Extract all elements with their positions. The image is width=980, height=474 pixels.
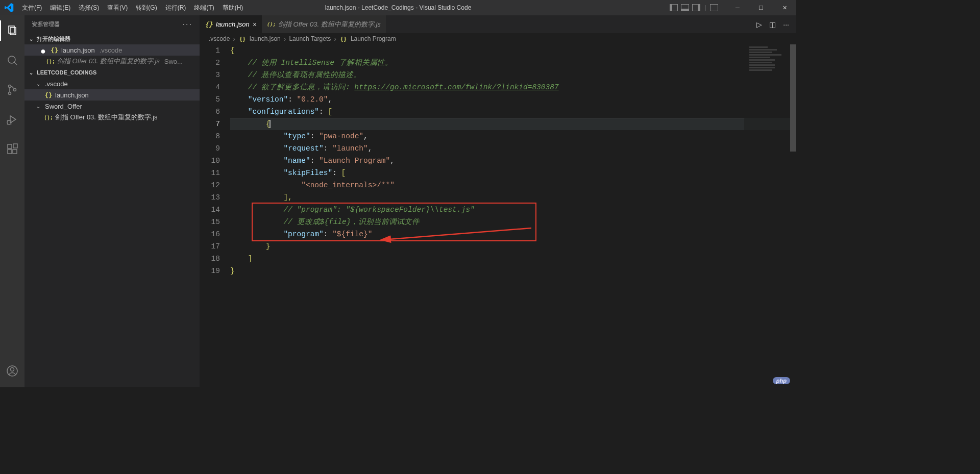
- breadcrumb-item[interactable]: Launch Targets: [289, 35, 331, 42]
- breadcrumb-item[interactable]: Launch Program: [351, 35, 396, 42]
- layout-icons: |: [670, 4, 718, 11]
- json-file-icon: {}: [339, 35, 348, 43]
- open-editors-label: 打开的编辑器: [37, 35, 70, 43]
- menu-bar: 文件(F) 编辑(E) 选择(S) 查看(V) 转到(G) 运行(R) 终端(T…: [18, 0, 247, 15]
- json-file-icon: {}: [205, 20, 213, 29]
- svg-point-2: [8, 56, 15, 63]
- close-icon[interactable]: ×: [253, 20, 257, 29]
- code-editor[interactable]: 12345678910111213141516171819 { // 使用 In…: [200, 44, 796, 387]
- breadcrumbs[interactable]: .vscode › {} launch.json › Launch Target…: [200, 33, 796, 44]
- svg-line-9: [7, 120, 8, 121]
- php-badge: php: [773, 377, 790, 384]
- svg-line-3: [14, 62, 17, 65]
- open-editor-item[interactable]: (); 剑指 Offer 03. 数组中重复的数字.js Swo...: [24, 56, 200, 67]
- close-button[interactable]: ✕: [773, 0, 796, 15]
- file-path: Swo...: [164, 58, 183, 65]
- json-file-icon: {}: [44, 91, 53, 99]
- vscode-icon: [0, 3, 18, 12]
- menu-file[interactable]: 文件(F): [18, 0, 46, 15]
- menu-terminal[interactable]: 终端(T): [190, 0, 218, 15]
- file-name: launch.json: [55, 91, 89, 99]
- explorer-sidebar: 资源管理器 ··· ⌄ 打开的编辑器 ● {} launch.json .vsc…: [24, 15, 200, 387]
- svg-point-18: [11, 368, 14, 371]
- open-editor-item[interactable]: ● {} launch.json .vscode: [24, 44, 200, 56]
- svg-rect-14: [8, 149, 12, 154]
- folder-item[interactable]: ⌄ .vscode: [24, 78, 200, 89]
- menu-go[interactable]: 转到(G): [132, 0, 161, 15]
- activity-bar: [0, 15, 24, 387]
- activity-scm[interactable]: [0, 80, 24, 100]
- svg-line-12: [11, 124, 11, 124]
- minimap[interactable]: [744, 44, 790, 387]
- layout-icon[interactable]: [710, 4, 718, 11]
- explorer-more-icon[interactable]: ···: [183, 20, 192, 29]
- chevron-right-icon: ›: [233, 35, 235, 43]
- activity-explorer[interactable]: [0, 20, 24, 41]
- chevron-down-icon: ⌄: [28, 36, 35, 42]
- tab-label: 剑指 Offer 03. 数组中重复的数字.js: [278, 20, 381, 29]
- tab-sword-js[interactable]: (); 剑指 Offer 03. 数组中重复的数字.js: [262, 15, 386, 33]
- svg-point-4: [9, 85, 11, 88]
- titlebar: 文件(F) 编辑(E) 选择(S) 查看(V) 转到(G) 运行(R) 终端(T…: [0, 0, 796, 15]
- svg-line-11: [7, 124, 8, 124]
- menu-edit[interactable]: 编辑(E): [46, 0, 75, 15]
- folder-name: .vscode: [45, 80, 68, 88]
- js-file-icon: ();: [267, 20, 275, 29]
- menu-selection[interactable]: 选择(S): [75, 0, 103, 15]
- breadcrumb-item[interactable]: .vscode: [209, 35, 230, 42]
- svg-point-6: [14, 89, 16, 91]
- chevron-down-icon: ⌄: [36, 104, 42, 109]
- activity-extensions[interactable]: [0, 139, 24, 159]
- file-path: .vscode: [100, 46, 122, 54]
- chevron-down-icon: ⌄: [36, 81, 42, 87]
- js-file-icon: ();: [44, 113, 53, 121]
- svg-rect-0: [9, 26, 14, 33]
- layout-icon[interactable]: [681, 4, 689, 11]
- layout-icon[interactable]: [692, 4, 700, 11]
- file-item[interactable]: {} launch.json: [24, 89, 200, 101]
- js-file-icon: ();: [46, 57, 55, 65]
- run-icon[interactable]: ▷: [756, 20, 762, 29]
- tab-label: launch.json: [216, 20, 250, 28]
- svg-point-5: [9, 92, 11, 95]
- workspace-header[interactable]: ⌄ LEETCODE_CODINGS: [24, 67, 200, 78]
- menu-view[interactable]: 查看(V): [103, 0, 132, 15]
- chevron-down-icon: ⌄: [28, 70, 35, 76]
- activity-search[interactable]: [0, 50, 24, 70]
- maximize-button[interactable]: ☐: [749, 0, 773, 15]
- file-name: 剑指 Offer 03. 数组中重复的数字.js: [57, 57, 160, 66]
- svg-rect-1: [10, 28, 16, 35]
- line-numbers: 12345678910111213141516171819: [200, 44, 230, 387]
- editor-scrollbar[interactable]: [790, 44, 796, 387]
- tab-launch-json[interactable]: {} launch.json ×: [200, 15, 262, 33]
- open-editors-header[interactable]: ⌄ 打开的编辑器: [24, 33, 200, 44]
- editor-area: {} launch.json × (); 剑指 Offer 03. 数组中重复的…: [200, 15, 796, 387]
- svg-rect-16: [13, 144, 17, 148]
- code-content[interactable]: { // 使用 IntelliSense 了解相关属性。 // 悬停以查看现有属…: [230, 44, 796, 387]
- minimize-button[interactable]: ─: [726, 0, 749, 15]
- json-file-icon: {}: [238, 35, 247, 43]
- activity-accounts[interactable]: [0, 361, 24, 381]
- more-icon[interactable]: ···: [783, 20, 789, 29]
- file-item[interactable]: (); 剑指 Offer 03. 数组中重复的数字.js: [24, 112, 200, 123]
- json-file-icon: {}: [51, 46, 59, 54]
- svg-line-10: [11, 120, 11, 121]
- breadcrumb-item[interactable]: launch.json: [250, 35, 281, 42]
- tabs-bar: {} launch.json × (); 剑指 Offer 03. 数组中重复的…: [200, 15, 796, 33]
- chevron-right-icon: ›: [284, 35, 286, 43]
- svg-rect-13: [8, 144, 12, 148]
- workspace-label: LEETCODE_CODINGS: [37, 69, 96, 76]
- window-controls: | ─ ☐ ✕: [670, 0, 796, 15]
- file-name: launch.json: [61, 46, 95, 54]
- chevron-right-icon: ›: [334, 35, 336, 43]
- split-editor-icon[interactable]: ◫: [769, 20, 776, 29]
- folder-item[interactable]: ⌄ Sword_Offer: [24, 101, 200, 112]
- layout-sep: |: [704, 4, 706, 11]
- activity-debug[interactable]: [0, 109, 24, 130]
- menu-run[interactable]: 运行(R): [161, 0, 190, 15]
- explorer-title: 资源管理器: [32, 20, 60, 28]
- svg-rect-15: [13, 149, 17, 154]
- menu-help[interactable]: 帮助(H): [218, 0, 248, 15]
- layout-icon[interactable]: [670, 4, 678, 11]
- file-name: 剑指 Offer 03. 数组中重复的数字.js: [55, 113, 158, 122]
